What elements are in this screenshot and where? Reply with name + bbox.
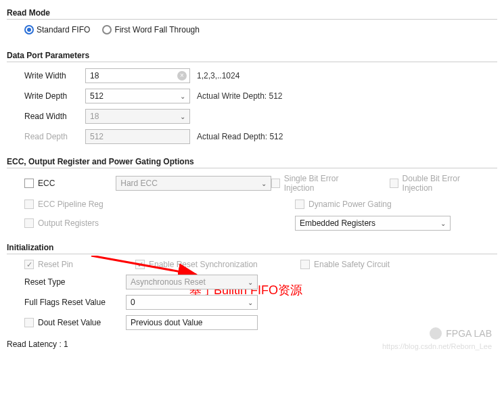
checkbox-icon bbox=[24, 200, 34, 209]
clear-icon[interactable]: × bbox=[177, 71, 187, 80]
ecc-section: ECC, Output Register and Power Gating Op… bbox=[7, 154, 497, 231]
chevron-down-icon: ⌄ bbox=[248, 299, 253, 306]
read-width-label: Read Width bbox=[24, 112, 85, 121]
ecc-label: ECC bbox=[38, 179, 55, 188]
checkbox-icon bbox=[390, 179, 398, 188]
logo-icon bbox=[430, 327, 442, 340]
write-depth-select[interactable]: 512 ⌄ bbox=[85, 89, 190, 103]
chevron-down-icon: ⌄ bbox=[180, 93, 185, 100]
data-port-title: Data Port Parameters bbox=[7, 48, 497, 62]
full-flags-select[interactable]: 0 ⌄ bbox=[126, 295, 258, 310]
checkbox-icon bbox=[135, 260, 145, 269]
radio-standard-fifo-label: Standard FIFO bbox=[37, 25, 90, 34]
ecc-title: ECC, Output Register and Power Gating Op… bbox=[7, 154, 497, 168]
chevron-down-icon: ⌄ bbox=[440, 220, 446, 227]
radio-icon bbox=[24, 25, 34, 34]
checkbox-icon bbox=[271, 179, 279, 188]
chevron-down-icon: ⌄ bbox=[261, 180, 267, 187]
chevron-down-icon: ⌄ bbox=[248, 279, 253, 286]
watermark-brand: FPGA LAB bbox=[430, 327, 492, 340]
dout-reset-input[interactable]: Previous dout Value bbox=[126, 315, 258, 330]
enable-sync-label: Enable Reset Synchronization bbox=[149, 260, 258, 269]
read-depth-input: 512 bbox=[85, 129, 190, 144]
ecc-type-select: Hard ECC ⌄ bbox=[116, 176, 271, 191]
dyn-power-checkbox: Dynamic Power Gating bbox=[295, 200, 392, 209]
read-depth-hint: Actual Read Depth: 512 bbox=[197, 132, 283, 141]
radio-icon bbox=[102, 25, 112, 34]
dout-reset-label: Dout Reset Value bbox=[38, 318, 101, 327]
enable-safety-label: Enable Safety Circuit bbox=[314, 260, 390, 269]
write-width-hint: 1,2,3,..1024 bbox=[197, 71, 239, 80]
reset-pin-checkbox: Reset Pin bbox=[24, 260, 119, 269]
double-bit-checkbox: Double Bit Error Injection bbox=[390, 174, 481, 193]
write-width-label: Write Width bbox=[24, 71, 85, 80]
checkbox-icon bbox=[24, 218, 34, 228]
chevron-down-icon: ⌄ bbox=[180, 113, 185, 120]
reset-type-label: Reset Type bbox=[24, 277, 126, 287]
write-width-input[interactable]: 18 × bbox=[85, 68, 190, 83]
watermark-url: https://blog.csdn.net/Reborn_Lee bbox=[382, 342, 492, 350]
checkbox-icon bbox=[24, 179, 34, 188]
checkbox-icon bbox=[24, 260, 34, 269]
output-regs-label: Output Registers bbox=[38, 218, 99, 228]
ecc-checkbox[interactable]: ECC bbox=[24, 179, 55, 188]
double-bit-label: Double Bit Error Injection bbox=[403, 174, 481, 193]
radio-first-word-fall-through[interactable]: First Word Fall Through bbox=[102, 25, 200, 34]
reset-pin-label: Reset Pin bbox=[38, 260, 73, 269]
full-flags-label: Full Flags Reset Value bbox=[24, 298, 126, 307]
initialization-section: Initialization Reset Pin Enable Reset Sy… bbox=[7, 240, 497, 330]
radio-fwft-label: First Word Fall Through bbox=[114, 25, 200, 34]
write-depth-hint: Actual Write Depth: 512 bbox=[197, 91, 283, 101]
initialization-title: Initialization bbox=[7, 240, 497, 254]
checkbox-icon bbox=[300, 260, 310, 269]
checkbox-icon bbox=[24, 318, 34, 327]
single-bit-checkbox: Single Bit Error Injection bbox=[271, 174, 360, 193]
enable-safety-checkbox: Enable Safety Circuit bbox=[300, 260, 390, 269]
read-mode-title: Read Mode bbox=[7, 5, 497, 20]
read-depth-label: Read Depth bbox=[24, 132, 85, 141]
ecc-pipeline-label: ECC Pipeline Reg bbox=[38, 200, 104, 209]
read-mode-section: Read Mode Standard FIFO First Word Fall … bbox=[7, 5, 497, 34]
dyn-power-label: Dynamic Power Gating bbox=[308, 200, 392, 209]
output-regs-checkbox: Output Registers bbox=[24, 218, 99, 228]
data-port-section: Data Port Parameters Write Width 18 × 1,… bbox=[7, 48, 497, 145]
write-depth-label: Write Depth bbox=[24, 91, 85, 101]
read-width-select[interactable]: 18 ⌄ bbox=[85, 109, 190, 124]
ecc-pipeline-checkbox: ECC Pipeline Reg bbox=[24, 200, 104, 209]
enable-sync-checkbox: Enable Reset Synchronization bbox=[135, 260, 284, 269]
single-bit-label: Single Bit Error Injection bbox=[284, 174, 360, 193]
checkbox-icon bbox=[295, 200, 304, 209]
reset-type-select: Asynchronous Reset ⌄ bbox=[126, 275, 258, 289]
radio-standard-fifo[interactable]: Standard FIFO bbox=[24, 25, 90, 34]
embedded-regs-select[interactable]: Embedded Registers ⌄ bbox=[295, 216, 451, 231]
